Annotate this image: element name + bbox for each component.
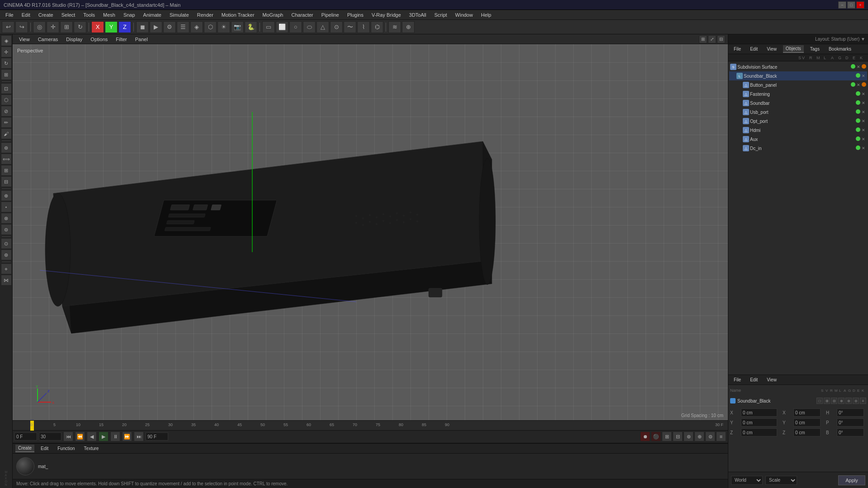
attr-y-pos[interactable] <box>741 418 777 427</box>
lt-pose[interactable]: ⊜ <box>1 224 12 235</box>
torus-button[interactable]: ⊙ <box>330 21 343 33</box>
object-item-soundbar-black[interactable]: L Soundbar_Black ✕ <box>729 71 867 80</box>
hd-green-dot[interactable] <box>856 127 860 132</box>
lt-rotate[interactable]: ↻ <box>1 58 12 69</box>
obj-tab-bookmarks[interactable]: Bookmarks <box>826 46 854 52</box>
lt-ik[interactable]: ⋆ <box>1 202 12 212</box>
attr-h-val[interactable] <box>837 408 864 417</box>
obj-tab-objects[interactable]: Objects <box>783 45 804 53</box>
lt-symmetry[interactable]: ⊟ <box>1 176 12 187</box>
scale-tool-button[interactable]: ⊞ <box>60 21 73 33</box>
play-reverse-button[interactable]: ◀ <box>87 432 97 441</box>
menu-mograph[interactable]: MoGraph <box>259 11 287 19</box>
z-axis-button[interactable]: Z <box>118 21 131 33</box>
menu-snap[interactable]: Snap <box>120 11 139 19</box>
menu-window[interactable]: Window <box>452 11 476 19</box>
lt-pen[interactable]: ✏ <box>1 117 12 128</box>
menu-pipeline[interactable]: Pipeline <box>318 11 343 19</box>
op-green-dot[interactable] <box>856 118 860 123</box>
nurbs-button[interactable]: ⌇ <box>357 21 370 33</box>
attr-icon-5[interactable]: ⊛ <box>845 398 852 404</box>
attr-icon-6[interactable]: ⊜ <box>853 398 859 404</box>
menu-tools[interactable]: Tools <box>80 11 99 19</box>
apply-button[interactable]: Apply <box>838 475 865 485</box>
object-item-aux[interactable]: △ Aux ✕ <box>729 135 867 144</box>
mat-tab-create[interactable]: Create <box>15 445 34 452</box>
model-mode-button[interactable]: ◼ <box>136 21 149 33</box>
mat-tab-texture[interactable]: Texture <box>81 445 102 452</box>
hair-button[interactable]: ≋ <box>388 21 401 33</box>
cylinder-button[interactable]: ⬭ <box>303 21 316 33</box>
lt-scale[interactable]: ⊞ <box>1 69 12 80</box>
timeline-ruler[interactable]: 0 5 10 15 20 25 30 35 40 45 50 55 60 65 … <box>13 421 728 431</box>
vp-split-button[interactable]: ⊟ <box>717 35 725 43</box>
attr-tab-file[interactable]: File <box>731 376 744 383</box>
redo-button[interactable]: ↪ <box>15 21 28 33</box>
undo-button[interactable]: ↩ <box>2 21 14 33</box>
lt-snap[interactable]: ⊡ <box>1 83 12 94</box>
attr-icon-7[interactable]: ≡ <box>860 398 866 404</box>
lt-rigging[interactable]: ⋄ <box>1 263 12 274</box>
menu-create[interactable]: Create <box>35 11 57 19</box>
y-axis-button[interactable]: Y <box>105 21 118 33</box>
attr-tab-view[interactable]: View <box>764 376 779 383</box>
sub-orange-dot[interactable] <box>862 64 866 69</box>
so-green-dot[interactable] <box>856 100 860 105</box>
layout-label[interactable]: Layout: Startup (User) ▼ <box>815 37 865 42</box>
object-item-usb-port[interactable]: △ Usb_port ✕ <box>729 108 867 117</box>
generator-button[interactable]: ⊕ <box>402 21 415 33</box>
dc-green-dot[interactable] <box>856 145 860 150</box>
attr-z-val2[interactable] <box>793 428 821 436</box>
object-item-hdmi[interactable]: △ Hdmi ✕ <box>729 126 867 135</box>
x-axis-button[interactable]: X <box>91 21 104 33</box>
scale-mode-select[interactable]: Scale Size <box>765 476 797 485</box>
attr-y-val2[interactable] <box>793 418 821 427</box>
up-green-dot[interactable] <box>856 109 860 114</box>
fa-green-dot[interactable] <box>856 91 860 96</box>
scene-button[interactable]: ⬡ <box>204 21 217 33</box>
lt-brush[interactable]: ⊛ <box>1 249 12 260</box>
mat-tab-function[interactable]: Function <box>55 445 77 452</box>
maximize-button[interactable]: □ <box>847 1 855 9</box>
cone-button[interactable]: △ <box>316 21 329 33</box>
vp-menu-options[interactable]: Options <box>87 36 111 42</box>
menu-motion-tracker[interactable]: Motion Tracker <box>218 11 258 19</box>
bp-orange-dot[interactable] <box>862 82 866 87</box>
autokey-button[interactable]: ⚫ <box>651 432 661 441</box>
attr-tab-edit[interactable]: Edit <box>747 376 760 383</box>
menu-render[interactable]: Render <box>193 11 217 19</box>
attr-icon-1[interactable]: □ <box>816 398 823 404</box>
bp-green-dot[interactable] <box>851 82 855 87</box>
lt-mirror[interactable]: ⟺ <box>1 154 12 164</box>
attr-icon-4[interactable]: ⊕ <box>838 398 844 404</box>
timeline-options-2[interactable]: ⊟ <box>673 432 683 441</box>
materials-button[interactable]: ◈ <box>190 21 203 33</box>
current-frame-input[interactable] <box>14 432 37 441</box>
sb-green-dot[interactable] <box>856 73 860 78</box>
python-button[interactable]: 🐍 <box>245 21 257 33</box>
go-to-end-button[interactable]: ⏭ <box>134 432 144 441</box>
object-item-dc-in[interactable]: △ Dc_in ✕ <box>729 144 867 153</box>
ax-green-dot[interactable] <box>856 136 860 141</box>
rotate-tool-button[interactable]: ↻ <box>74 21 86 33</box>
objects-button[interactable]: ☰ <box>177 21 189 33</box>
timeline-options-1[interactable]: ⊞ <box>662 432 672 441</box>
lt-sculpt[interactable]: ⊙ <box>1 238 12 249</box>
obj-tab-file[interactable]: File <box>731 46 744 52</box>
lt-knife[interactable]: ⊘ <box>1 106 12 117</box>
object-item-fastening[interactable]: △ Fastening ✕ <box>729 89 867 99</box>
menu-file[interactable]: File <box>2 11 17 19</box>
lt-array[interactable]: ⊞ <box>1 165 12 176</box>
menu-select[interactable]: Select <box>58 11 79 19</box>
live-select-button[interactable]: ◎ <box>33 21 46 33</box>
obj-tab-edit[interactable]: Edit <box>747 46 760 52</box>
attr-x-val2[interactable] <box>793 408 821 417</box>
sphere-button[interactable]: ○ <box>289 21 302 33</box>
menu-help[interactable]: Help <box>477 11 495 19</box>
obj-tab-view[interactable]: View <box>764 46 779 52</box>
object-item-subdivision[interactable]: S Subdivision Surface ✕ <box>729 62 867 71</box>
vp-fit-button[interactable]: ⊞ <box>699 35 707 43</box>
fps-input[interactable] <box>39 432 61 441</box>
camera-button[interactable]: 📷 <box>231 21 244 33</box>
timeline-options-6[interactable]: ≡ <box>716 432 726 441</box>
